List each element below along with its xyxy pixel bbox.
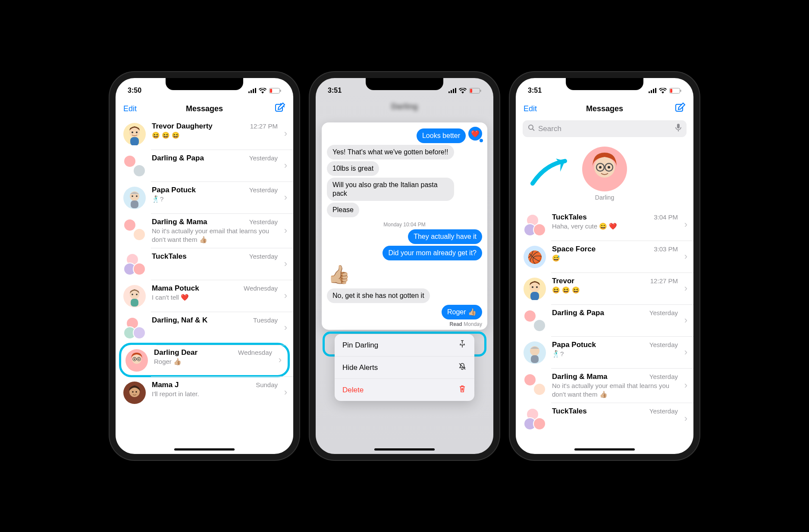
thumbs-up-sticker: 👍🏼: [327, 262, 351, 287]
convo-preview: 😆 😆 😆: [552, 286, 678, 294]
svg-rect-35: [480, 90, 481, 92]
convo-name: TuckTales: [552, 407, 587, 416]
convo-name: Trevor: [552, 277, 574, 285]
convo-preview: No it's actually your email that learns …: [552, 382, 678, 398]
menu-pin[interactable]: Pin Darling: [335, 334, 474, 356]
avatar-group: [524, 310, 546, 332]
svg-rect-5: [270, 89, 272, 93]
phone-frame-2: 3:51 Darling Looks better ❤️ Yes! That's…: [310, 72, 499, 460]
context-menu: Pin Darling Hide Alerts Delete: [335, 334, 474, 401]
svg-point-9: [132, 131, 133, 133]
list-item[interactable]: Trevor Daugherty12:27 PM 😆 😆 😆 ›: [116, 118, 293, 150]
chevron-right-icon: ›: [684, 347, 687, 358]
list-item[interactable]: 🏀 Space Force3:03 PM 😅 ›: [516, 241, 693, 272]
home-indicator[interactable]: [174, 448, 235, 451]
signal-icon: [248, 88, 256, 93]
convo-preview: Roger 👍🏼: [154, 357, 272, 366]
svg-rect-15: [131, 200, 138, 208]
convo-time: Yesterday: [249, 186, 278, 194]
convo-time: Yesterday: [249, 253, 278, 260]
wifi-icon: [259, 88, 267, 94]
read-receipt: Read Monday: [327, 321, 482, 327]
wifi-icon: [459, 88, 467, 94]
avatar: [123, 382, 146, 404]
convo-preview: 😅: [552, 254, 678, 263]
list-item[interactable]: Trevor12:27 PM 😆 😆 😆 ›: [516, 272, 693, 304]
home-indicator[interactable]: [374, 448, 435, 451]
chevron-right-icon: ›: [279, 354, 282, 366]
convo-name: Darling & Papa: [152, 154, 204, 163]
avatar: [524, 341, 546, 364]
chevron-right-icon: ›: [284, 290, 287, 301]
list-item[interactable]: Darling & PapaYesterday ›: [116, 150, 293, 182]
convo-name: Darling & Papa: [552, 309, 604, 317]
list-item[interactable]: TuckTalesYesterday ›: [516, 403, 693, 435]
svg-rect-56: [530, 292, 539, 300]
menu-label: Delete: [342, 386, 364, 394]
compose-button[interactable]: [274, 102, 285, 115]
avatar-group: [123, 317, 146, 339]
convo-name: Trevor Daugherty: [152, 122, 213, 131]
svg-rect-46: [677, 124, 680, 128]
status-bar: 3:50: [116, 78, 293, 99]
edit-button[interactable]: Edit: [524, 104, 537, 113]
convo-preview: I can't tell ❤️: [152, 293, 278, 302]
svg-point-13: [132, 195, 133, 197]
message-in: No, get it she has not gotten it: [327, 288, 430, 303]
menu-delete[interactable]: Delete: [335, 379, 474, 401]
status-right: [248, 88, 281, 94]
list-item[interactable]: Darling, Naf & KTuesday ›: [116, 312, 293, 344]
message-in: Yes! That's what we've gotten before!!: [327, 145, 454, 160]
list-item[interactable]: Mama PotuckWednesday I can't tell ❤️ ›: [116, 280, 293, 312]
chevron-right-icon: ›: [284, 128, 287, 139]
chevron-right-icon: ›: [684, 283, 687, 294]
list-item[interactable]: TuckTalesYesterday ›: [116, 248, 293, 280]
tapback-heart-icon: ❤️: [468, 127, 482, 141]
avatar: 🏀: [524, 246, 546, 268]
svg-point-28: [135, 391, 137, 392]
convo-name: Darling & Mama: [552, 372, 607, 381]
conversation-preview-card[interactable]: Looks better ❤️ Yes! That's what we've g…: [322, 122, 487, 330]
convo-time: 3:03 PM: [654, 245, 678, 253]
convo-time: Yesterday: [249, 154, 278, 162]
screen-3: 3:51 Edit Messages Search: [516, 78, 693, 454]
convo-name: Papa Potuck: [552, 341, 596, 349]
search-input[interactable]: Search: [523, 120, 687, 137]
bell-slash-icon: [458, 362, 467, 373]
status-time: 3:50: [128, 87, 141, 94]
conversation-list[interactable]: TuckTales3:04 PM Haha, very cute 😄 ❤️ › …: [516, 209, 693, 435]
edit-button[interactable]: Edit: [123, 104, 137, 113]
list-item[interactable]: Darling & MamaYesterday No it's actually…: [116, 213, 293, 248]
chevron-right-icon: ›: [284, 322, 287, 333]
list-item[interactable]: Darling & MamaYesterday No it's actually…: [516, 368, 693, 403]
status-time: 3:51: [528, 87, 542, 94]
list-item[interactable]: Darling & PapaYesterday ›: [516, 304, 693, 336]
convo-time: Yesterday: [649, 373, 678, 380]
pinned-contact[interactable]: Darling: [582, 147, 627, 201]
list-item[interactable]: TuckTales3:04 PM Haha, very cute 😄 ❤️ ›: [516, 209, 693, 241]
battery-low-icon: [469, 88, 481, 94]
convo-time: Wednesday: [244, 285, 278, 292]
list-item[interactable]: Papa PotuckYesterday 🕺🏻? ›: [116, 182, 293, 213]
screen-2: 3:51 Darling Looks better ❤️ Yes! That's…: [316, 78, 493, 454]
svg-rect-32: [455, 88, 456, 93]
list-item[interactable]: Papa PotuckYesterday 🕺🏻? ›: [516, 336, 693, 368]
timestamp: Monday 10:04 PM: [327, 222, 482, 228]
mic-icon[interactable]: [675, 124, 681, 134]
convo-preview: 🕺🏻?: [552, 350, 678, 358]
avatar-group: [524, 373, 546, 396]
compose-button[interactable]: [674, 102, 686, 115]
list-item-highlighted[interactable]: Darling DearWednesday Roger 👍🏼 ›: [119, 343, 290, 377]
list-item[interactable]: Mama JSunday I'll report in later. ›: [116, 376, 293, 408]
svg-point-14: [136, 195, 138, 197]
convo-preview: I'll report in later.: [152, 390, 278, 398]
svg-rect-0: [248, 91, 250, 93]
convo-time: Yesterday: [649, 407, 678, 415]
svg-rect-3: [255, 88, 256, 93]
conversation-list[interactable]: Trevor Daugherty12:27 PM 😆 😆 😆 › Darling…: [116, 118, 293, 408]
svg-point-52: [608, 166, 610, 169]
menu-hide-alerts[interactable]: Hide Alerts: [335, 356, 474, 379]
home-indicator[interactable]: [574, 448, 635, 451]
svg-rect-30: [451, 90, 452, 93]
convo-time: 3:04 PM: [654, 213, 678, 221]
